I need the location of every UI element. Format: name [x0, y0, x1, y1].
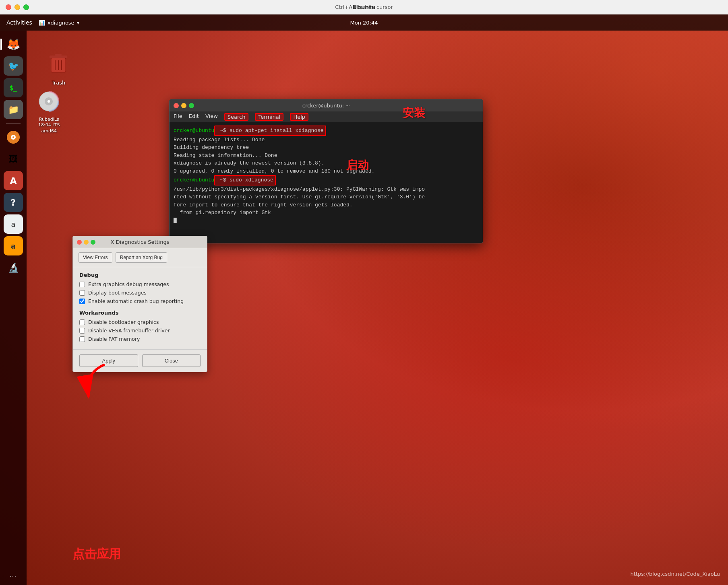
- terminal-output-5: 0 upgraded, 0 newly installed, 0 to remo…: [174, 167, 479, 175]
- terminal-menu-edit[interactable]: Edit: [189, 113, 199, 121]
- workaround-label-3: Disable PAT memory: [88, 336, 140, 342]
- cd-label: RubadiLs 18:04 LTS amd64: [38, 117, 60, 134]
- terminal-cmd-2: ~$ sudo xdiagnose: [214, 175, 275, 185]
- view-errors-button[interactable]: View Errors: [79, 252, 112, 263]
- terminal-output-3: Reading state information... Done: [174, 152, 479, 160]
- xdiag-title: X Diagnostics Settings: [111, 239, 170, 245]
- launcher-icon-photos[interactable]: 🖼: [4, 149, 23, 169]
- launcher-icon-music[interactable]: [4, 128, 23, 147]
- terminal-menu-search[interactable]: Search: [224, 113, 249, 121]
- workaround-item-1: Disable bootloader graphics: [79, 319, 201, 325]
- launcher-icon-text[interactable]: a: [4, 214, 23, 234]
- report-bug-button[interactable]: Report an Xorg Bug: [116, 252, 167, 263]
- debug-item-1: Extra graphics debug messages: [79, 281, 201, 287]
- close-button[interactable]: [6, 4, 11, 10]
- launcher-icon-files[interactable]: 📁: [4, 100, 23, 119]
- terminal-maximize-button[interactable]: [189, 103, 194, 108]
- trash-label: Trash: [52, 80, 65, 86]
- svg-point-11: [47, 100, 50, 103]
- svg-point-2: [12, 136, 14, 138]
- xdiag-titlebar: X Diagnostics Settings: [73, 236, 207, 248]
- xdiag-maximize-button[interactable]: [91, 240, 95, 245]
- trash-desktop-icon[interactable]: Trash: [42, 51, 74, 86]
- xdiag-toolbar: View Errors Report an Xorg Bug: [73, 248, 207, 267]
- close-button-xdiag[interactable]: Close: [142, 354, 201, 367]
- terminal-traffic-lights: [174, 103, 194, 108]
- xdiag-settings-window[interactable]: X Diagnostics Settings View Errors Repor…: [72, 236, 207, 372]
- window-title: Ubuntu: [352, 4, 376, 10]
- workaround-item-3: Disable PAT memory: [79, 336, 201, 342]
- trash-icon: [48, 51, 69, 78]
- app-name-menu[interactable]: 📊 xdiagnose ▾: [39, 20, 79, 26]
- debug-item-2: Display boot messages: [79, 290, 201, 296]
- terminal-output-9: from gi.repository import Gtk: [174, 209, 479, 217]
- terminal-output-4: xdiagnose is already the newest version …: [174, 159, 479, 167]
- svg-point-10: [45, 97, 53, 105]
- terminal-output-7: rted without specifying a version first.…: [174, 193, 479, 201]
- terminal-output-8: fore import to ensure that the right ver…: [174, 201, 479, 209]
- svg-point-9: [39, 92, 58, 111]
- launcher-icon-thunderbird[interactable]: 🐦: [4, 56, 23, 76]
- launcher-icon-firefox[interactable]: 🦊: [4, 35, 23, 54]
- svg-rect-5: [55, 54, 62, 56]
- terminal-window[interactable]: crcker@ubuntu: ~ File Edit View Search T…: [169, 99, 483, 243]
- svg-rect-3: [51, 58, 66, 72]
- workaround-label-1: Disable bootloader graphics: [88, 319, 159, 325]
- terminal-line-1: crcker@ubuntu ~$ sudo apt-get install xd…: [174, 126, 479, 136]
- blog-url: https://blog.csdn.net/Code_XiaoLu: [630, 571, 720, 577]
- ubuntu-top-panel: Activities 📊 xdiagnose ▾ Mon 20:44: [0, 14, 728, 31]
- traffic-lights: [6, 4, 29, 10]
- terminal-titlebar: crcker@ubuntu: ~: [170, 99, 483, 111]
- launcher-icon-software[interactable]: A: [4, 171, 23, 190]
- terminal-prompt-1: crcker@ubuntu: [174, 127, 214, 135]
- workaround-checkbox-1[interactable]: [79, 319, 85, 325]
- terminal-body: crcker@ubuntu ~$ sudo apt-get install xd…: [170, 122, 483, 243]
- debug-item-3: Enable automatic crash bug reporting: [79, 298, 201, 304]
- terminal-menu-file[interactable]: File: [174, 113, 182, 121]
- terminal-close-button[interactable]: [174, 103, 179, 108]
- debug-label-2: Display boot messages: [88, 290, 147, 296]
- cd-desktop-icon[interactable]: RubadiLs 18:04 LTS amd64: [38, 91, 60, 134]
- terminal-menubar: File Edit View Search Terminal Help: [170, 111, 483, 122]
- debug-checkbox-3[interactable]: [79, 299, 85, 304]
- debug-checkbox-1[interactable]: [79, 282, 85, 287]
- maximize-button[interactable]: [23, 4, 29, 10]
- macos-topbar: Ctrl+Alt to free cursor Ubuntu: [0, 0, 728, 14]
- launcher-more-apps[interactable]: ⋯: [9, 572, 17, 580]
- launcher-icon-lab[interactable]: 🔬: [4, 258, 23, 277]
- debug-label-3: Enable automatic crash bug reporting: [88, 298, 184, 304]
- terminal-minimize-button[interactable]: [181, 103, 186, 108]
- debug-checkbox-2[interactable]: [79, 290, 85, 296]
- debug-label-1: Extra graphics debug messages: [88, 281, 169, 287]
- launcher-icon-terminal[interactable]: $_: [4, 78, 23, 97]
- xdiag-traffic-lights: [77, 240, 95, 245]
- terminal-menu-help[interactable]: Help: [290, 113, 308, 121]
- workaround-checkbox-2[interactable]: [79, 328, 85, 334]
- app-name-icon: 📊: [39, 20, 45, 26]
- click-apply-annotation: 点击应用: [72, 546, 121, 562]
- terminal-output-2: Building dependency tree: [174, 144, 479, 152]
- terminal-menu-terminal[interactable]: Terminal: [255, 113, 283, 121]
- launcher-dock: 🦊 🐦 $_ 📁 🖼 A ? a a 🔬 ⋯: [0, 31, 27, 585]
- launcher-icon-help[interactable]: ?: [4, 193, 23, 212]
- terminal-cursor-line: █: [174, 217, 479, 225]
- xdiag-minimize-button[interactable]: [84, 240, 89, 245]
- apply-button[interactable]: Apply: [79, 354, 138, 367]
- terminal-title: crcker@ubuntu: ~: [302, 103, 350, 109]
- terminal-output-6: /usr/lib/python3/dist-packages/xdiagnose…: [174, 185, 479, 194]
- terminal-menu-view[interactable]: View: [205, 113, 218, 121]
- ubuntu-desktop: Activities 📊 xdiagnose ▾ Mon 20:44 🦊 🐦 $…: [0, 14, 728, 585]
- xdiag-content: Debug Extra graphics debug messages Disp…: [73, 267, 207, 349]
- launcher-icon-amazon[interactable]: a: [4, 236, 23, 255]
- svg-rect-4: [50, 56, 67, 58]
- terminal-prompt-2: crcker@ubuntu: [174, 176, 214, 184]
- workarounds-section-title: Workarounds: [79, 310, 201, 316]
- activities-button[interactable]: Activities: [0, 19, 39, 26]
- workaround-label-2: Disable VESA framebuffer driver: [88, 328, 170, 334]
- workaround-checkbox-3[interactable]: [79, 336, 85, 342]
- xdiag-close-button[interactable]: [77, 240, 82, 245]
- workaround-item-2: Disable VESA framebuffer driver: [79, 328, 201, 334]
- terminal-cmd-1: ~$ sudo apt-get install xdiagnose: [214, 126, 326, 136]
- minimize-button[interactable]: [14, 4, 20, 10]
- chevron-down-icon: ▾: [77, 20, 80, 26]
